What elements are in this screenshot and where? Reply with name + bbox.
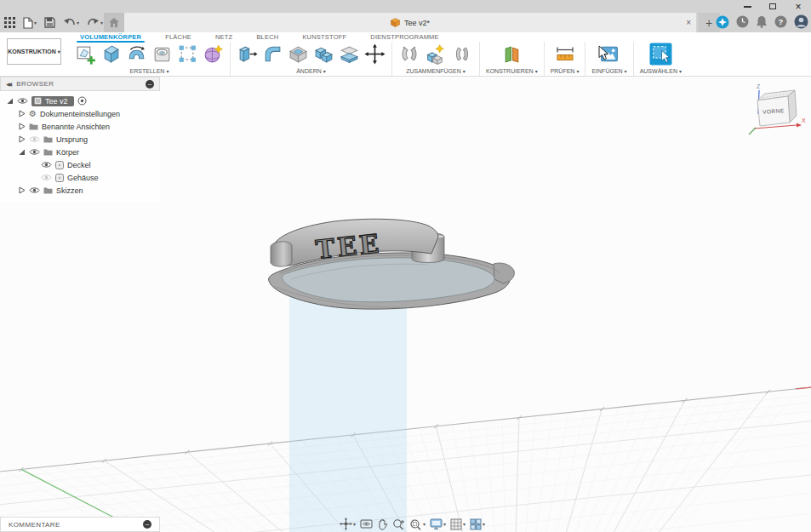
- auswaehlen-dropdown[interactable]: AUSWÄHLEN▾: [640, 68, 682, 74]
- undo-button[interactable]: ▾: [63, 18, 79, 28]
- pruefen-dropdown[interactable]: PRÜFEN▾: [551, 68, 580, 74]
- grid-settings-icon[interactable]: ▾: [450, 518, 465, 530]
- offset-face-icon[interactable]: [339, 43, 360, 65]
- tab-dienstprogramme[interactable]: DIENSTPROGRAMME: [358, 32, 451, 42]
- tree-row-ursprung[interactable]: Ursprung: [0, 133, 160, 146]
- tab-volumenkoerper[interactable]: VOLUMENKÖRPER: [68, 32, 153, 42]
- display-settings-icon[interactable]: ▾: [430, 518, 446, 529]
- close-document-icon[interactable]: ×: [686, 18, 691, 27]
- visibility-eye-off-icon[interactable]: [29, 135, 40, 143]
- pattern-icon[interactable]: [177, 43, 198, 65]
- create-form-icon[interactable]: [203, 43, 224, 65]
- look-at-icon[interactable]: [360, 518, 373, 529]
- measure-icon[interactable]: [554, 43, 576, 65]
- viewcube[interactable]: Z VORNE X: [745, 80, 808, 141]
- folder-icon: [29, 123, 38, 130]
- expander-open-icon[interactable]: [18, 148, 26, 156]
- expander-open-icon[interactable]: [6, 97, 14, 105]
- tree-row-dokumenteinstellungen[interactable]: ⚙ Dokumenteinstellungen: [0, 107, 160, 120]
- extrude-icon[interactable]: [100, 43, 122, 65]
- minimize-button[interactable]: [741, 2, 753, 12]
- combine-icon[interactable]: [313, 43, 334, 65]
- close-window-button[interactable]: ×: [792, 2, 804, 12]
- redo-button[interactable]: ▾: [87, 18, 103, 28]
- revolve-icon[interactable]: [126, 43, 147, 65]
- maximize-button[interactable]: [767, 2, 779, 12]
- comments-display-toggle[interactable]: –: [143, 520, 151, 529]
- body-icon: [55, 161, 64, 169]
- pan-icon[interactable]: [377, 518, 388, 530]
- browser-display-toggle[interactable]: –: [146, 80, 154, 89]
- comments-label: KOMMENTARE: [9, 521, 60, 529]
- konstruktion-dropdown[interactable]: KONSTRUKTION▾: [7, 38, 61, 65]
- tree-row-skizzen[interactable]: Skizzen: [0, 184, 160, 197]
- press-pull-icon[interactable]: [237, 43, 258, 65]
- collapse-browser-icon[interactable]: ◀◀: [6, 81, 10, 87]
- document-tab[interactable]: Tee v2* ×: [124, 13, 696, 32]
- as-built-joint-icon[interactable]: [451, 43, 473, 65]
- job-status-icon[interactable]: [736, 15, 749, 31]
- viewports-icon[interactable]: ▾: [470, 518, 485, 530]
- shell-icon[interactable]: [288, 43, 309, 65]
- ribbon-tabs: VOLUMENKÖRPER FLÄCHE NETZ BLECH KUNSTSTO…: [68, 32, 451, 42]
- document-title: Tee v2*: [404, 19, 430, 27]
- orbit-icon[interactable]: ▾: [340, 518, 356, 530]
- group-auswaehlen: AUSWÄHLEN▾: [634, 42, 688, 76]
- new-component-icon[interactable]: [425, 43, 447, 65]
- zusammenfuegen-dropdown[interactable]: ZUSAMMENFÜGEN▾: [406, 68, 465, 74]
- erstellen-dropdown[interactable]: ERSTELLEN▾: [130, 68, 169, 74]
- move-icon[interactable]: [364, 43, 386, 65]
- model-deckel[interactable]: TEE: [254, 211, 526, 322]
- fillet-icon[interactable]: [262, 43, 283, 65]
- component-icon: [34, 97, 42, 105]
- tree-row-koerper[interactable]: Körper: [0, 146, 160, 158]
- joint-icon[interactable]: [398, 43, 420, 65]
- avatar[interactable]: [794, 14, 808, 32]
- tab-flaeche[interactable]: FLÄCHE: [153, 32, 203, 42]
- group-zusammenfuegen: ZUSAMMENFÜGEN▾: [392, 42, 480, 76]
- root-component[interactable]: Tee v2: [31, 96, 74, 106]
- lid-right-tab[interactable]: [494, 263, 514, 283]
- select-icon[interactable]: [649, 43, 672, 66]
- konstruieren-dropdown[interactable]: KONSTRUIEREN▾: [486, 68, 538, 74]
- hole-icon[interactable]: [151, 43, 173, 65]
- y-axis-line: [749, 128, 756, 134]
- tree-row-gehaeuse[interactable]: Gehäuse: [0, 171, 160, 184]
- comments-panel[interactable]: KOMMENTARE –: [0, 517, 160, 532]
- expander-closed-icon[interactable]: [18, 135, 26, 143]
- aendern-dropdown[interactable]: ÄNDERN▾: [296, 68, 326, 74]
- activate-component-radio[interactable]: [77, 96, 87, 106]
- notifications-icon[interactable]: [756, 15, 768, 31]
- create-sketch-icon[interactable]: [75, 43, 96, 65]
- data-panel-grid-icon[interactable]: [4, 17, 15, 28]
- visibility-eye-icon[interactable]: [29, 148, 40, 156]
- expander-closed-icon[interactable]: [18, 186, 26, 194]
- file-menu-button[interactable]: ▾: [23, 17, 37, 29]
- body-icon: [55, 174, 64, 182]
- visibility-eye-icon[interactable]: [29, 186, 40, 194]
- visibility-eye-icon[interactable]: [17, 97, 28, 105]
- extensions-icon[interactable]: [716, 15, 729, 32]
- expander-closed-icon[interactable]: [18, 123, 26, 130]
- svg-text:?: ?: [779, 17, 784, 26]
- tree-row-root[interactable]: Tee v2: [0, 94, 160, 107]
- tab-kunststoff[interactable]: KUNSTSTOFF: [290, 32, 358, 42]
- zoom-icon[interactable]: [392, 518, 405, 530]
- tab-blech[interactable]: BLECH: [244, 32, 290, 42]
- help-icon[interactable]: ?: [774, 15, 787, 31]
- viewcube-x-label: X: [802, 117, 806, 123]
- folder-icon: [43, 148, 53, 156]
- fit-icon[interactable]: ▾: [409, 518, 425, 530]
- tree-row-benannte-ansichten[interactable]: Benannte Ansichten: [0, 120, 160, 133]
- expander-closed-icon[interactable]: [18, 110, 26, 117]
- visibility-eye-off-icon[interactable]: [41, 174, 52, 181]
- home-tab[interactable]: [104, 13, 124, 32]
- tab-netz[interactable]: NETZ: [203, 32, 244, 42]
- construction-plane-icon[interactable]: [501, 43, 523, 65]
- document-cube-icon: [391, 18, 400, 27]
- save-icon[interactable]: [44, 17, 55, 28]
- einfuegen-dropdown[interactable]: EINFÜGEN▾: [591, 68, 626, 74]
- lid-left-cap[interactable]: [271, 242, 292, 266]
- visibility-eye-icon[interactable]: [41, 161, 52, 169]
- tree-row-deckel[interactable]: Deckel: [0, 158, 160, 171]
